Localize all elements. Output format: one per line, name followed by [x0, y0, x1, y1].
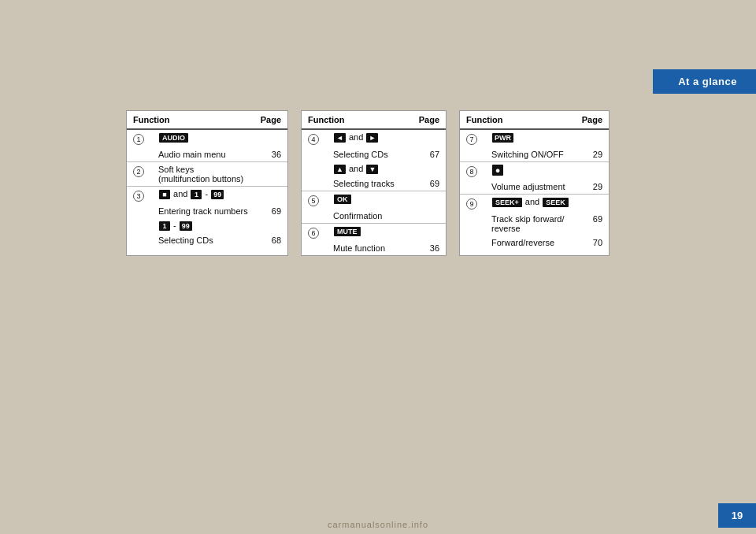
num1-badge: 1 — [191, 190, 202, 199]
selecting-tracks-text: Selecting tracks — [327, 176, 409, 191]
circle-num-4: 4 — [308, 134, 319, 145]
table-row: Track skip forward/reverse 69 — [460, 212, 609, 235]
num99-badge: 99 — [211, 190, 224, 199]
mute-function-text: Mute function — [327, 241, 409, 255]
num1b-badge: 1 — [159, 221, 170, 231]
ud-arrow-keys: ▲ and ▼ — [327, 161, 409, 176]
up-arrow-badge: ▲ — [334, 165, 346, 174]
mute-function-page: 36 — [409, 241, 446, 255]
entering-track-text: Entering track numbers — [152, 204, 254, 218]
ok-key: OK — [327, 191, 409, 210]
table-row: Volume adjustment 29 — [460, 180, 609, 195]
watermark: carmanualsonline.info — [0, 520, 756, 529]
soft-keys-page — [254, 162, 287, 187]
table-row: 5 OK — [302, 191, 446, 210]
switching-onoff-text: Switching ON/OFF — [485, 147, 576, 162]
forward-reverse-page: 70 — [576, 235, 609, 250]
table-row: 3 ■ and 1 - 99 — [127, 187, 287, 205]
and-text-2: and — [349, 132, 365, 142]
table-row: Selecting CDs 67 — [302, 147, 446, 161]
ud-arrow-page — [409, 161, 446, 176]
pwr-badge: PWR — [492, 133, 513, 143]
confirmation-text: Confirmation — [327, 209, 409, 224]
volume-adjustment-text: Volume adjustment — [485, 180, 576, 195]
ok-page — [409, 191, 446, 210]
dot-key-page — [576, 162, 609, 180]
num-page — [254, 218, 287, 233]
track-skip-page: 69 — [576, 212, 609, 235]
seek-plus-badge: SEEK+ — [492, 198, 522, 207]
seek-page — [576, 195, 609, 213]
col-header-page-2: Page — [409, 111, 446, 129]
table-row: Selecting CDs 68 — [127, 233, 287, 247]
dot-badge: ■ — [159, 190, 170, 199]
table-row: 4 ◄ and ► — [302, 129, 446, 147]
entering-track-page: 69 — [254, 204, 287, 218]
switching-onoff-page: 29 — [576, 147, 609, 162]
selecting-cds-2-page: 67 — [409, 147, 446, 161]
table-row: Forward/reverse 70 — [460, 235, 609, 250]
col-header-function-3: Function — [460, 111, 576, 129]
volume-adjustment-page: 29 — [576, 180, 609, 195]
circle-num-1: 1 — [133, 134, 144, 145]
pwr-page — [576, 129, 609, 147]
selecting-cds-1-text: Selecting CDs — [152, 233, 254, 247]
table-row: Entering track numbers 69 — [127, 204, 287, 218]
num1-99-badge-row: 1 - 99 — [152, 218, 254, 233]
audio-badge: AUDIO — [159, 133, 188, 143]
table-row: ▲ and ▼ — [302, 161, 446, 176]
table-row: 2 Soft keys(multifunction buttons) — [127, 162, 287, 187]
page-cell — [254, 129, 287, 147]
mute-page — [409, 224, 446, 242]
audio-main-menu-page: 36 — [254, 147, 287, 162]
seek-badge: SEEK — [543, 198, 569, 207]
pwr-key: PWR — [485, 129, 576, 147]
table-row: 8 ● — [460, 162, 609, 180]
right-arrow-badge: ► — [366, 133, 378, 143]
left-arrow-badge: ◄ — [334, 133, 346, 143]
soft-keys-label: Soft keys(multifunction buttons) — [152, 162, 254, 187]
table-row: Confirmation — [302, 209, 446, 224]
table-row: 7 PWR — [460, 129, 609, 147]
track-keys-page — [254, 187, 287, 205]
confirmation-page — [409, 209, 446, 224]
down-arrow-badge: ▼ — [366, 165, 378, 174]
circle-num-7: 7 — [466, 134, 477, 145]
circle-num-6: 6 — [308, 228, 319, 239]
seek-keys: SEEK+ and SEEK — [485, 195, 576, 213]
circle-num-3: 3 — [133, 191, 144, 202]
and-text-3: and — [349, 164, 365, 173]
mute-key: MUTE — [327, 224, 409, 242]
function-table-2: Function Page 4 ◄ and ► Selec — [301, 110, 447, 256]
forward-reverse-text: Forward/reverse — [485, 235, 576, 250]
and-text-4: and — [525, 197, 542, 206]
circle-num-8: 8 — [466, 166, 477, 177]
tables-container: Function Page 1 AUDIO Audio main menu 36 — [126, 110, 610, 256]
table-row: 1 AUDIO — [127, 129, 287, 147]
lr-arrow-keys: ◄ and ► — [327, 129, 409, 147]
dot-key: ● — [485, 162, 576, 180]
num99b-badge: 99 — [180, 221, 192, 231]
selecting-tracks-page: 69 — [409, 176, 446, 191]
table-row: Audio main menu 36 — [127, 147, 287, 162]
lr-arrow-page — [409, 129, 446, 147]
dot-key-badge: ● — [492, 165, 503, 176]
circle-num-9: 9 — [466, 198, 477, 210]
function-table-3: Function Page 7 PWR Switching ON/OFF 29 — [459, 110, 610, 256]
selecting-cds-2-text: Selecting CDs — [327, 147, 409, 161]
key-audio: AUDIO — [152, 129, 254, 147]
dash-text: - — [206, 189, 211, 198]
track-skip-text: Track skip forward/reverse — [485, 212, 576, 235]
table-row: Switching ON/OFF 29 — [460, 147, 609, 162]
audio-main-menu-text: Audio main menu — [152, 147, 254, 162]
col-header-function-2: Function — [302, 111, 409, 129]
col-header-page-3: Page — [576, 111, 609, 129]
circle-num-2: 2 — [133, 166, 144, 177]
selecting-cds-1-page: 68 — [254, 233, 287, 247]
table-row: 9 SEEK+ and SEEK — [460, 195, 609, 213]
page-number: 19 — [718, 503, 756, 528]
table-row: Mute function 36 — [302, 241, 446, 255]
table-row: 6 MUTE — [302, 224, 446, 242]
ok-badge: OK — [334, 195, 351, 204]
col-header-page-1: Page — [254, 111, 287, 129]
